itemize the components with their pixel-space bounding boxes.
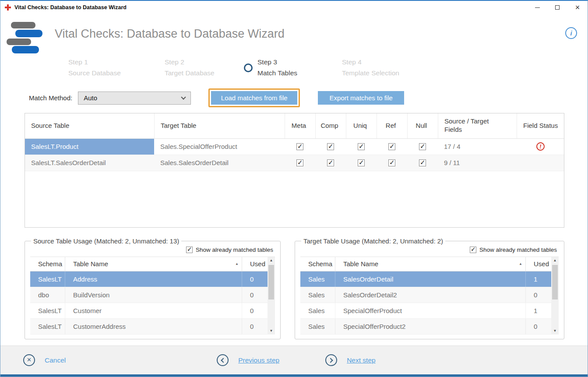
error-status-icon [535,142,545,151]
maximize-button[interactable] [547,1,567,14]
schema-cell: dbo [30,287,65,303]
next-step-button[interactable]: Next step [325,354,375,366]
match-table-row[interactable]: SalesLT.Product Sales.SpecialOfferProduc… [25,139,564,155]
page-title: Vital Checks: Database to Database Wizar… [55,27,285,41]
schema-cell: SalesLT [30,271,65,287]
null-checkbox[interactable] [419,143,426,150]
minimize-icon [535,7,540,8]
column-header-ref: Ref [377,113,407,138]
column-header-uniq: Uniq [346,113,377,138]
cancel-button[interactable]: × Cancel [23,354,66,366]
meta-checkbox[interactable] [296,143,303,150]
scrollbar[interactable]: ▲ ▼ [268,257,275,335]
close-button[interactable]: × [567,1,588,14]
column-header-used[interactable]: Used [526,257,551,271]
cancel-label: Cancel [45,356,66,364]
column-header-field-status: Field Status [517,113,564,138]
usage-panels: Source Table Usage (Matched: 2, Unmatche… [25,237,564,339]
next-step-label: Next step [347,356,375,364]
window-title: Vital Checks: Database to Database Wizar… [14,4,127,11]
fields-cell: 9 / 11 [438,155,517,171]
usage-row[interactable]: Sales SpecialOfferProduct2 0 [300,319,551,335]
load-matches-button[interactable]: Load matches from file [211,91,297,105]
step-label: Source Database [68,68,165,79]
usage-row[interactable]: SalesLT Address 0 [30,271,268,287]
column-header-schema[interactable]: Schema [30,257,65,271]
ref-checkbox[interactable] [388,143,395,150]
target-usage-panel: Target Table Usage (Matched: 2, Unmatche… [295,237,564,339]
schema-cell: Sales [300,319,335,334]
step-1: Step 1 Source Database [68,57,165,79]
usage-row[interactable]: Sales SalesOrderDetail 1 [300,271,551,287]
table-name-cell: BuildVersion [65,287,242,303]
used-cell: 0 [242,287,268,303]
match-method-label: Match Method: [29,94,72,102]
usage-row[interactable]: Sales SpecialOfferProduct 1 [300,303,551,319]
step-3-current: Step 3 Match Tables [244,57,342,79]
comp-checkbox[interactable] [327,143,334,150]
table-name-cell: SpecialOfferProduct2 [335,319,526,334]
step-number: Step 1 [68,57,165,68]
info-icon[interactable]: i [565,27,577,39]
source-table-cell: SalesLT.Product [25,139,154,155]
match-method-select[interactable]: Auto [78,92,191,105]
comp-checkbox[interactable] [327,159,334,166]
scroll-track[interactable] [268,264,275,328]
show-matched-checkbox[interactable] [470,247,476,253]
column-header-schema[interactable]: Schema [300,257,335,271]
step-2: Step 2 Target Database [165,57,244,79]
uniq-checkbox[interactable] [358,143,365,150]
used-cell: 0 [242,303,268,318]
step-label: Target Database [165,68,244,79]
titlebar: Vital Checks: Database to Database Wizar… [0,1,588,14]
match-table-row[interactable]: SalesLT.SalesOrderDetail Sales.SalesOrde… [25,155,564,171]
usage-row[interactable]: SalesLT CustomerAddress 0 [30,319,268,335]
table-name-cell: SpecialOfferProduct [335,303,526,318]
step-number: Step 3 [257,57,297,68]
uniq-checkbox[interactable] [358,159,365,166]
meta-checkbox[interactable] [296,159,303,166]
target-table-cell: Sales.SpecialOfferProduct [154,139,285,155]
target-table-cell: Sales.SalesOrderDetail [154,155,285,171]
null-checkbox[interactable] [419,159,426,166]
sort-asc-icon: ▲ [519,262,522,266]
close-icon: × [575,4,580,11]
match-table: Source Table Target Table Meta Comp Uniq… [25,113,564,228]
scroll-down-icon[interactable]: ▼ [268,328,275,335]
scroll-up-icon[interactable]: ▲ [268,257,275,264]
schema-cell: Sales [300,287,335,303]
column-header-source-table: Source Table [25,113,154,138]
column-header-table-name[interactable]: Table Name ▲ [65,257,242,271]
scroll-thumb[interactable] [268,265,274,300]
target-usage-table: Schema Table Name ▲ Used Sales SalesOrde… [300,257,559,335]
table-name-cell: Address [65,271,242,287]
usage-row[interactable]: Sales SalesOrderDetail2 0 [300,287,551,303]
highlight-annotation: Load matches from file [208,88,300,107]
scrollbar[interactable]: ▲ ▼ [551,257,559,335]
usage-row[interactable]: dbo BuildVersion 0 [30,287,268,303]
ref-checkbox[interactable] [388,159,395,166]
usage-row[interactable]: SalesLT Customer 0 [30,303,268,319]
step-number: Step 2 [165,57,244,68]
column-header-table-name[interactable]: Table Name ▲ [335,257,526,271]
export-matches-button[interactable]: Export matches to file [318,91,404,105]
scroll-down-icon[interactable]: ▼ [551,328,559,335]
source-usage-table: Schema Table Name ▲ Used SalesLT Address [30,257,275,335]
scroll-up-icon[interactable]: ▲ [551,257,559,264]
usage-table-header: Schema Table Name ▲ Used [300,257,551,271]
step-number: Step 4 [342,57,399,68]
used-cell: 0 [242,319,268,334]
show-matched-checkbox[interactable] [186,247,193,253]
chevron-down-icon [181,95,186,99]
sort-asc-icon: ▲ [235,262,239,266]
match-method-value: Auto [84,94,97,102]
scroll-track[interactable] [551,264,559,328]
minimize-button[interactable] [527,1,547,14]
schema-cell: SalesLT [30,319,65,334]
column-header-comp: Comp [315,113,346,138]
scroll-thumb[interactable] [552,265,558,300]
previous-step-button[interactable]: Previous step [217,354,279,366]
page-header: Vital Checks: Database to Database Wizar… [0,14,588,53]
column-header-used[interactable]: Used [242,257,268,271]
app-logo-icon [5,22,43,53]
